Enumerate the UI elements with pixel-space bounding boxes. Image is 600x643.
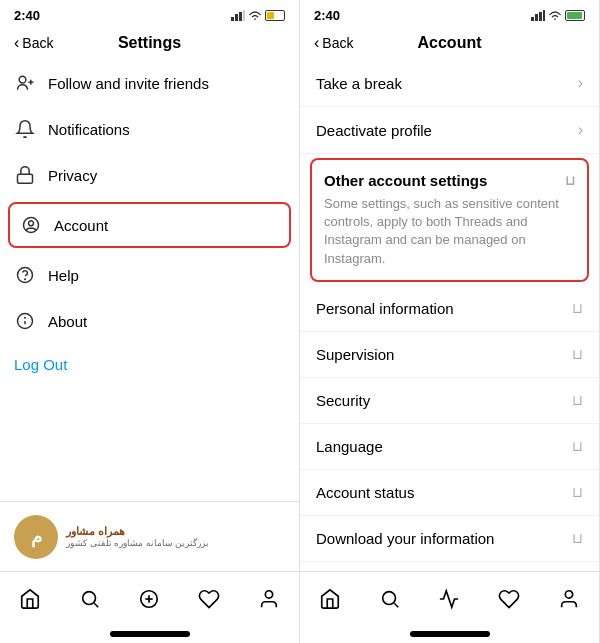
nav-home-left[interactable] — [12, 581, 48, 617]
back-label-right: Back — [322, 35, 353, 51]
page-title-right: Account — [418, 34, 482, 52]
notifications-icon — [14, 118, 36, 140]
menu-item-download-info[interactable]: Download your information ⊔ — [300, 516, 599, 562]
nav-profile-left[interactable] — [251, 581, 287, 617]
svg-line-28 — [394, 603, 398, 607]
follow-icon — [14, 72, 36, 94]
status-icons-left — [231, 10, 285, 21]
svg-point-29 — [565, 590, 572, 597]
status-bar-left: 2:40 — [0, 0, 299, 28]
logo-circle: م — [14, 515, 58, 559]
bottom-logo: م همراه مشاور بزرگترین سامانه مشاوره تلف… — [0, 501, 299, 571]
account-status-label: Account status — [316, 484, 414, 501]
other-settings-title-text: Other account settings — [324, 172, 487, 189]
menu-item-about[interactable]: About — [0, 298, 299, 344]
battery-right — [565, 10, 585, 21]
svg-point-17 — [82, 591, 95, 604]
privacy-icon — [14, 164, 36, 186]
svg-rect-3 — [243, 10, 245, 21]
deactivate-label: Deactivate profile — [316, 122, 432, 139]
status-bar-right: 2:40 — [300, 0, 599, 28]
time-right: 2:40 — [314, 8, 340, 23]
menu-item-privacy[interactable]: Privacy — [0, 152, 299, 198]
download-info-label: Download your information — [316, 530, 494, 547]
follow-label: Follow and invite friends — [48, 75, 209, 92]
logo-text: همراه مشاور بزرگترین سامانه مشاوره تلفنی… — [66, 525, 209, 548]
status-icons-right — [531, 10, 585, 21]
language-label: Language — [316, 438, 383, 455]
left-panel: 2:40 ‹ Back Setting — [0, 0, 300, 643]
svg-rect-1 — [235, 14, 238, 21]
back-button-left[interactable]: ‹ Back — [14, 34, 53, 52]
nav-heart-right[interactable] — [491, 581, 527, 617]
svg-point-9 — [29, 221, 34, 226]
bottom-nav-right — [300, 571, 599, 627]
menu-item-transfer-info[interactable]: Transfer your information ⊔ — [300, 562, 599, 571]
battery-left — [265, 10, 285, 21]
svg-rect-24 — [535, 14, 538, 21]
menu-item-language[interactable]: Language ⊔ — [300, 424, 599, 470]
svg-rect-2 — [239, 12, 242, 21]
menu-item-security[interactable]: Security ⊔ — [300, 378, 599, 424]
personal-info-external-icon: ⊔ — [572, 300, 583, 316]
download-info-external-icon: ⊔ — [572, 530, 583, 546]
svg-point-10 — [18, 268, 33, 283]
privacy-label: Privacy — [48, 167, 97, 184]
menu-list-right: Take a break › Deactivate profile › Othe… — [300, 60, 599, 571]
svg-rect-23 — [531, 17, 534, 21]
menu-list-left: Follow and invite friends Notifications … — [0, 60, 299, 501]
help-label: Help — [48, 267, 79, 284]
nav-activity-right[interactable] — [431, 581, 467, 617]
back-button-right[interactable]: ‹ Back — [314, 34, 353, 52]
menu-item-other-settings[interactable]: Other account settings ⊔ Some settings, … — [310, 158, 589, 282]
about-label: About — [48, 313, 87, 330]
header-left: ‹ Back Settings — [0, 28, 299, 60]
take-break-chevron: › — [578, 74, 583, 92]
right-panel: 2:40 ‹ Back Account — [300, 0, 600, 643]
back-chevron-icon-right: ‹ — [314, 34, 319, 52]
nav-search-right[interactable] — [372, 581, 408, 617]
svg-rect-0 — [231, 17, 234, 21]
nav-heart-left[interactable] — [191, 581, 227, 617]
personal-info-label: Personal information — [316, 300, 454, 317]
logo-image: م — [16, 517, 56, 557]
nav-profile-right[interactable] — [551, 581, 587, 617]
home-indicator-right — [410, 631, 490, 637]
menu-item-supervision[interactable]: Supervision ⊔ — [300, 332, 599, 378]
back-chevron-icon: ‹ — [14, 34, 19, 52]
menu-item-help[interactable]: Help — [0, 252, 299, 298]
nav-home-right[interactable] — [312, 581, 348, 617]
account-icon — [20, 214, 42, 236]
menu-item-account-status[interactable]: Account status ⊔ — [300, 470, 599, 516]
menu-item-account[interactable]: Account — [8, 202, 291, 248]
other-settings-title-row: Other account settings ⊔ — [324, 172, 575, 189]
time-left: 2:40 — [14, 8, 40, 23]
home-indicator-left — [110, 631, 190, 637]
about-icon — [14, 310, 36, 332]
svg-line-18 — [94, 603, 98, 607]
account-status-external-icon: ⊔ — [572, 484, 583, 500]
page-title-left: Settings — [118, 34, 181, 52]
security-external-icon: ⊔ — [572, 392, 583, 408]
menu-item-deactivate[interactable]: Deactivate profile › — [300, 107, 599, 154]
take-break-label: Take a break — [316, 75, 402, 92]
logout-button[interactable]: Log Out — [0, 344, 299, 385]
nav-search-left[interactable] — [72, 581, 108, 617]
account-label: Account — [54, 217, 108, 234]
wifi-icon-right — [548, 10, 562, 21]
notifications-label: Notifications — [48, 121, 130, 138]
menu-item-take-break[interactable]: Take a break › — [300, 60, 599, 107]
signal-icon — [231, 10, 245, 21]
bottom-nav-left — [0, 571, 299, 627]
logo-title: همراه مشاور — [66, 525, 209, 538]
menu-item-follow[interactable]: Follow and invite friends — [0, 60, 299, 106]
security-label: Security — [316, 392, 370, 409]
deactivate-chevron: › — [578, 121, 583, 139]
nav-compose-left[interactable] — [131, 581, 167, 617]
menu-item-notifications[interactable]: Notifications — [0, 106, 299, 152]
header-right: ‹ Back Account — [300, 28, 599, 60]
language-external-icon: ⊔ — [572, 438, 583, 454]
menu-item-personal-info[interactable]: Personal information ⊔ — [300, 286, 599, 332]
svg-text:م: م — [31, 527, 42, 548]
other-settings-description: Some settings, such as sensitive content… — [324, 195, 575, 268]
